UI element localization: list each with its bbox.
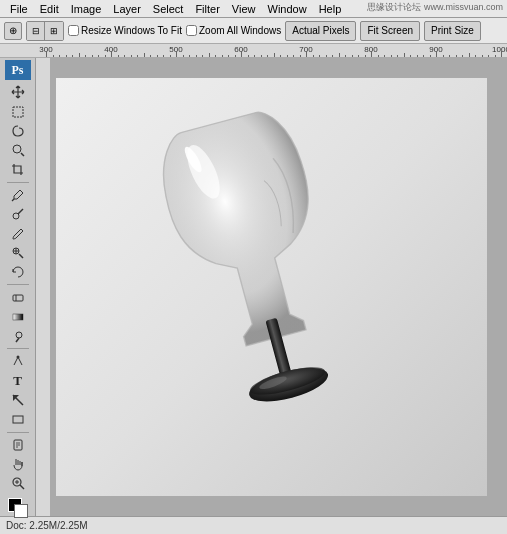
ruler-minor-tick: [248, 55, 249, 57]
wine-glass-image: [119, 87, 392, 438]
ruler-minor-tick: [384, 55, 385, 57]
tool-eyedropper[interactable]: [6, 186, 30, 204]
ruler-minor-tick: [449, 55, 450, 57]
zoom-all-input[interactable]: [186, 25, 197, 36]
zoom-in-icon[interactable]: ⊕: [4, 22, 22, 40]
tool-zoom[interactable]: [6, 474, 30, 492]
ruler-minor-tick: [118, 55, 119, 57]
color-chips: [6, 498, 30, 516]
ruler-minor-tick: [66, 55, 67, 57]
ruler-minor-tick: [72, 55, 73, 57]
menu-select[interactable]: Select: [147, 0, 190, 18]
menu-help[interactable]: Help: [313, 0, 348, 18]
tool-shape[interactable]: [6, 410, 30, 428]
ruler-minor-tick: [267, 55, 268, 57]
tool-path-select[interactable]: [6, 391, 30, 409]
ruler-minor-tick: [144, 53, 145, 57]
status-text: Doc: 2.25M/2.25M: [6, 520, 88, 531]
ruler-minor-tick: [196, 55, 197, 57]
zoom-fit-icon[interactable]: ⊟: [27, 22, 45, 40]
vertical-ruler: [36, 58, 51, 516]
ruler-minor-tick: [397, 55, 398, 57]
ruler-minor-tick: [222, 55, 223, 57]
tool-gradient[interactable]: [6, 308, 30, 326]
ruler-minor-tick: [189, 55, 190, 57]
ruler-canvas: 3004005006007008009001000110012001300: [36, 44, 507, 57]
ruler-minor-tick: [53, 55, 54, 57]
tool-clone[interactable]: [6, 244, 30, 262]
ruler-minor-tick: [365, 55, 366, 57]
ruler-minor-tick: [202, 55, 203, 57]
menu-window[interactable]: Window: [262, 0, 313, 18]
tool-healing[interactable]: [6, 205, 30, 223]
ruler-tick: [371, 51, 372, 57]
ruler-minor-tick: [482, 55, 483, 57]
tool-type[interactable]: T: [6, 372, 30, 390]
svg-rect-0: [13, 107, 23, 117]
canvas-background: [56, 78, 487, 496]
tool-marquee[interactable]: [6, 102, 30, 120]
ps-logo: Ps: [5, 60, 31, 80]
ruler-minor-tick: [332, 55, 333, 57]
tool-quick-select[interactable]: [6, 141, 30, 159]
ruler-minor-tick: [157, 55, 158, 57]
main-area: Ps: [0, 58, 507, 516]
tool-history[interactable]: [6, 263, 30, 281]
ruler-minor-tick: [488, 55, 489, 57]
print-size-button[interactable]: Print Size: [424, 21, 481, 41]
tool-eraser[interactable]: [6, 288, 30, 306]
ruler-minor-tick: [495, 55, 496, 57]
svg-rect-8: [13, 416, 23, 423]
ruler-minor-tick: [475, 55, 476, 57]
ruler-tick: [306, 51, 307, 57]
menu-filter[interactable]: Filter: [189, 0, 225, 18]
zoom-all-checkbox[interactable]: Zoom All Windows: [186, 25, 281, 36]
zoom-all-label: Zoom All Windows: [199, 25, 281, 36]
zoom-group: ⊟ ⊞: [26, 21, 64, 41]
tool-crop[interactable]: [6, 160, 30, 178]
canvas-area: [36, 58, 507, 516]
tool-lasso[interactable]: [6, 122, 30, 140]
resize-windows-input[interactable]: [68, 25, 79, 36]
ruler-minor-tick: [423, 55, 424, 57]
resize-windows-checkbox[interactable]: Resize Windows To Fit: [68, 25, 182, 36]
menu-view[interactable]: View: [226, 0, 262, 18]
tool-hand[interactable]: [6, 455, 30, 473]
ruler-minor-tick: [287, 55, 288, 57]
tool-separator-2: [7, 284, 29, 285]
ruler-minor-tick: [469, 53, 470, 57]
fit-screen-button[interactable]: Fit Screen: [360, 21, 420, 41]
ruler-minor-tick: [150, 55, 151, 57]
ruler: 3004005006007008009001000110012001300: [0, 44, 507, 58]
ruler-tick: [436, 51, 437, 57]
ruler-minor-tick: [430, 55, 431, 57]
ruler-minor-tick: [456, 55, 457, 57]
menu-file[interactable]: File: [4, 0, 34, 18]
ruler-minor-tick: [254, 55, 255, 57]
svg-point-7: [16, 356, 19, 359]
ruler-minor-tick: [280, 55, 281, 57]
ruler-tick: [501, 51, 502, 57]
ruler-minor-tick: [163, 55, 164, 57]
menu-image[interactable]: Image: [65, 0, 108, 18]
tool-dodge[interactable]: [6, 327, 30, 345]
ruler-tick: [241, 51, 242, 57]
ruler-minor-tick: [105, 55, 106, 57]
ruler-minor-tick: [358, 55, 359, 57]
menu-layer[interactable]: Layer: [107, 0, 147, 18]
actual-pixels-button[interactable]: Actual Pixels: [285, 21, 356, 41]
tool-separator-3: [7, 348, 29, 349]
ruler-minor-tick: [293, 55, 294, 57]
ruler-minor-tick: [92, 55, 93, 57]
zoom-out-icon[interactable]: ⊞: [45, 22, 63, 40]
tool-pen[interactable]: [6, 352, 30, 370]
ruler-minor-tick: [410, 55, 411, 57]
tool-notes[interactable]: [6, 435, 30, 453]
background-color[interactable]: [14, 504, 28, 518]
ruler-minor-tick: [391, 55, 392, 57]
ruler-minor-tick: [131, 55, 132, 57]
menu-edit[interactable]: Edit: [34, 0, 65, 18]
tool-move[interactable]: [6, 83, 30, 101]
tool-brush[interactable]: [6, 224, 30, 242]
ruler-tick: [176, 51, 177, 57]
